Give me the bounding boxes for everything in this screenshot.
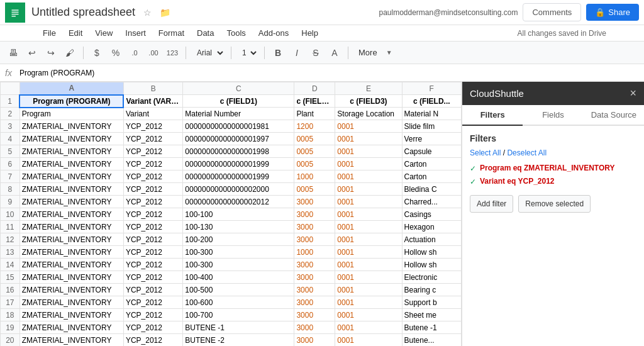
cell[interactable]: YCP_2012 xyxy=(123,145,182,158)
cell[interactable]: YCP_2012 xyxy=(123,284,182,296)
cell[interactable]: 100-100 xyxy=(183,208,294,221)
cell[interactable]: 100-400 xyxy=(183,271,294,284)
decimal-increase-button[interactable]: .00 xyxy=(145,45,162,61)
cell[interactable]: YCP_2012 xyxy=(123,183,182,196)
cell[interactable]: 0001 xyxy=(335,221,402,233)
more-button[interactable]: More xyxy=(353,47,382,59)
cell[interactable]: 3000 xyxy=(294,271,335,284)
remove-selected-button[interactable]: Remove selected xyxy=(518,195,591,213)
filter-checkbox-1[interactable]: ✓ xyxy=(470,164,476,173)
cell[interactable]: 100-200 xyxy=(183,233,294,246)
cell[interactable]: ZMATERIAL_INVENTORY xyxy=(19,246,123,259)
cell[interactable]: Variant xyxy=(123,108,182,120)
cell[interactable]: 0005 xyxy=(294,133,335,145)
cell[interactable]: 0001 xyxy=(335,259,402,271)
strikethrough-button[interactable]: S xyxy=(308,45,324,61)
undo-button[interactable]: ↩ xyxy=(24,45,40,61)
star-icon[interactable]: ☆ xyxy=(143,8,152,18)
cell[interactable]: 0001 xyxy=(335,158,402,170)
menu-format[interactable]: Format xyxy=(153,27,189,39)
col-header-e[interactable]: E xyxy=(335,82,402,95)
print-button[interactable]: 🖶 xyxy=(5,45,21,61)
cell[interactable]: Support b xyxy=(402,296,461,309)
cell[interactable]: 3000 xyxy=(294,208,335,221)
cell[interactable]: ZMATERIAL_INVENTORY xyxy=(19,170,123,183)
share-button[interactable]: 🔒 Share xyxy=(586,4,639,21)
cell[interactable]: YCP_2012 xyxy=(123,321,182,334)
deselect-all-link[interactable]: Deselect All xyxy=(507,148,547,157)
document-title[interactable]: Untitled spreadsheet xyxy=(31,6,135,18)
cell[interactable]: Bearing c xyxy=(402,284,461,296)
add-filter-button[interactable]: Add filter xyxy=(470,195,513,213)
cell[interactable]: Program xyxy=(19,108,123,120)
cell[interactable]: YCP_2012 xyxy=(123,221,182,233)
bold-button[interactable]: B xyxy=(270,45,286,61)
menu-help[interactable]: Help xyxy=(296,27,323,39)
cell[interactable]: 0001 xyxy=(335,246,402,259)
cell[interactable]: 0001 xyxy=(335,233,402,246)
cell[interactable]: 00000000000000001999 xyxy=(183,158,294,170)
cell[interactable]: YCP_2012 xyxy=(123,296,182,309)
paint-format-button[interactable]: 🖌 xyxy=(62,45,78,61)
cell[interactable]: 0001 xyxy=(335,271,402,284)
cell[interactable]: 1000 xyxy=(294,170,335,183)
comments-button[interactable]: Comments xyxy=(523,3,581,21)
font-color-button[interactable]: A xyxy=(326,45,343,61)
cell[interactable]: 0001 xyxy=(335,296,402,309)
cell[interactable]: Casings xyxy=(402,208,461,221)
cell[interactable]: ZMATERIAL_INVENTORY xyxy=(19,158,123,170)
cell[interactable]: 0005 xyxy=(294,183,335,196)
tab-filters[interactable]: Filters xyxy=(462,105,523,126)
decimal-decrease-button[interactable]: .0 xyxy=(126,45,143,61)
cell[interactable]: Material N xyxy=(402,108,461,120)
cell[interactable]: 0001 xyxy=(335,284,402,296)
cell[interactable]: ZMATERIAL_INVENTORY xyxy=(19,233,123,246)
cell[interactable]: YCP_2012 xyxy=(123,158,182,170)
cell[interactable]: ZMATERIAL_INVENTORY xyxy=(19,133,123,145)
cell[interactable]: 100-500 xyxy=(183,284,294,296)
cell[interactable]: Charred... xyxy=(402,196,461,208)
percent-button[interactable]: % xyxy=(108,45,124,61)
cell[interactable]: 3000 xyxy=(294,296,335,309)
redo-button[interactable]: ↪ xyxy=(43,45,59,61)
cell[interactable]: 00000000000000001997 xyxy=(183,133,294,145)
cell[interactable]: 3000 xyxy=(294,334,335,347)
cell[interactable]: ZMATERIAL_INVENTORY xyxy=(19,183,123,196)
cell[interactable]: ZMATERIAL_INVENTORY xyxy=(19,120,123,133)
cell[interactable]: 0001 xyxy=(335,208,402,221)
cell[interactable]: 3000 xyxy=(294,321,335,334)
cell[interactable]: 3000 xyxy=(294,309,335,321)
cell[interactable]: ZMATERIAL_INVENTORY xyxy=(19,284,123,296)
cell[interactable]: YCP_2012 xyxy=(123,196,182,208)
col-header-c[interactable]: C xyxy=(183,82,294,95)
cell[interactable]: Sheet me xyxy=(402,309,461,321)
font-selector[interactable]: Arial xyxy=(191,46,226,60)
cell[interactable]: YCP_2012 xyxy=(123,271,182,284)
cell[interactable]: 00000000000000001981 xyxy=(183,120,294,133)
cell[interactable]: BUTENE -1 xyxy=(183,321,294,334)
cell[interactable]: 0001 xyxy=(335,145,402,158)
cell[interactable]: 00000000000000002012 xyxy=(183,196,294,208)
cell[interactable]: Capsule xyxy=(402,145,461,158)
cell[interactable]: Slide film xyxy=(402,120,461,133)
cell[interactable]: 0001 xyxy=(335,120,402,133)
cell[interactable]: 0001 xyxy=(335,334,402,347)
cell[interactable]: 3000 xyxy=(294,284,335,296)
cell[interactable]: 1000 xyxy=(294,246,335,259)
cell[interactable]: c (FIELD1) xyxy=(183,95,294,108)
cell[interactable]: 0001 xyxy=(335,183,402,196)
cell[interactable]: 00000000000000002000 xyxy=(183,183,294,196)
cell[interactable]: YCP_2012 xyxy=(123,334,182,347)
cell[interactable]: Actuation xyxy=(402,233,461,246)
menu-tools[interactable]: Tools xyxy=(221,27,250,39)
sidebar-close-button[interactable]: × xyxy=(630,87,636,100)
cell[interactable]: Material Number xyxy=(183,108,294,120)
menu-addons[interactable]: Add-ons xyxy=(253,27,294,39)
cell[interactable]: c (FIELD2) xyxy=(294,95,335,108)
col-header-d[interactable]: D xyxy=(294,82,335,95)
cell[interactable]: YCP_2012 xyxy=(123,170,182,183)
cell[interactable]: c (FIELD3) xyxy=(335,95,402,108)
menu-edit[interactable]: Edit xyxy=(64,27,87,39)
col-header-b[interactable]: B xyxy=(123,82,182,95)
cell[interactable]: ZMATERIAL_INVENTORY xyxy=(19,259,123,271)
